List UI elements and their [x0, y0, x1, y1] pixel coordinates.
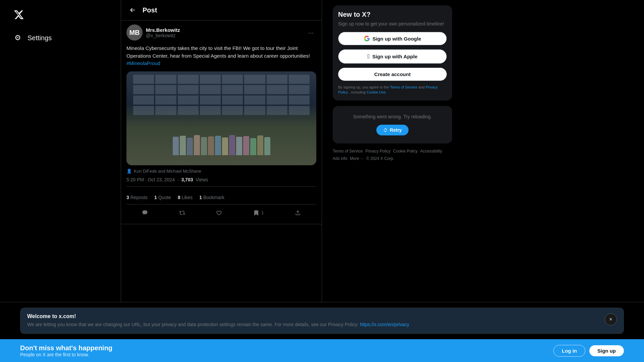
- tweet-author-row: MB Mrs.Berkowitz @v_berkowitz ···: [126, 24, 316, 41]
- login-button[interactable]: Log in: [553, 345, 585, 357]
- bookmark-count: 1: [261, 210, 264, 215]
- tos-text: By signing up, you agree to the Terms of…: [338, 85, 447, 95]
- banner-main-text: Don't miss what's happening: [20, 344, 112, 352]
- error-box: Something went wrong. Try reloading. Ret…: [333, 106, 452, 143]
- reposts-stat: 3 Reposts: [126, 195, 148, 200]
- footer-accessibility[interactable]: Accessibility: [420, 149, 442, 154]
- post-header-title: Post: [143, 6, 157, 14]
- tweet-container: MB Mrs.Berkowitz @v_berkowitz ··· Mineol…: [121, 20, 322, 224]
- create-account-button[interactable]: Create account: [338, 68, 447, 81]
- signup-button[interactable]: Sign up: [589, 345, 624, 356]
- close-cookie-button[interactable]: ×: [605, 313, 617, 325]
- new-to-x-subtitle: Sign up now to get your own personalized…: [338, 21, 447, 26]
- retry-label: Retry: [390, 127, 402, 133]
- cookie-use-link[interactable]: Cookie Use.: [367, 90, 387, 94]
- x-logo[interactable]: [8, 5, 113, 25]
- quotes-stat: 1 Quote: [154, 195, 171, 200]
- banner-text: Don't miss what's happening People on X …: [20, 344, 112, 357]
- error-message: Something went wrong. Try reloading.: [338, 114, 447, 119]
- new-to-x-box: New to X? Sign up now to get your own pe…: [333, 5, 452, 101]
- tweet-views-label: Views: [196, 177, 208, 182]
- footer-ads[interactable]: Ads info: [333, 156, 347, 161]
- sidebar-item-settings[interactable]: ⚙ Settings: [8, 29, 113, 46]
- cookie-notice: Welcome to x.com! We are letting you kno…: [0, 302, 644, 339]
- more-button[interactable]: ···: [305, 27, 316, 38]
- tweet-image: [126, 71, 316, 165]
- author-info: Mrs.Berkowitz @v_berkowitz: [146, 27, 180, 38]
- footer-more[interactable]: More ···: [350, 156, 364, 161]
- footer-tos[interactable]: Terms of Service: [333, 149, 363, 154]
- footer-copyright: © 2024 X Corp.: [366, 156, 394, 161]
- apple-icon: : [367, 53, 370, 60]
- new-to-x-title: New to X?: [338, 11, 447, 18]
- tweet-text: Mineola Cybersecurity takes the city to …: [126, 45, 316, 67]
- avatar-initials: MB: [129, 29, 140, 37]
- reply-button[interactable]: [139, 207, 151, 219]
- footer-privacy[interactable]: Privacy Policy: [365, 149, 390, 154]
- retry-button[interactable]: Retry: [376, 125, 409, 135]
- author-name: Mrs.Berkowitz: [146, 27, 180, 33]
- share-button[interactable]: [292, 207, 304, 219]
- cookie-notice-content: Welcome to x.com! We are letting you kno…: [27, 313, 409, 328]
- tweet-actions: 1: [126, 206, 316, 220]
- gear-icon: ⚙: [13, 34, 22, 42]
- signup-google-label: Sign up with Google: [373, 36, 421, 42]
- avatar[interactable]: MB: [126, 24, 143, 41]
- post-header: Post: [121, 0, 322, 20]
- bookmark-button[interactable]: 1: [251, 207, 266, 219]
- tweet-stats: 3 Reposts 1 Quote 8 Likes 1 Bookmark: [126, 191, 316, 204]
- banner-actions: Log in Sign up: [553, 345, 624, 357]
- repost-button[interactable]: [176, 207, 188, 219]
- signup-apple-label: Sign up with Apple: [372, 54, 417, 59]
- tweet-meta: 5:20 PM · Oct 23, 2024 · 3,703 Views: [126, 177, 316, 187]
- tweet-timestamp: 5:20 PM · Oct 23, 2024: [126, 177, 175, 182]
- hashtag[interactable]: #MineolaProud: [126, 60, 160, 66]
- cookie-privacy-link[interactable]: https://x.com/en/privacy: [360, 322, 409, 327]
- tweet-author-left: MB Mrs.Berkowitz @v_berkowitz: [126, 24, 180, 41]
- bottom-banner: Don't miss what's happening People on X …: [0, 339, 644, 362]
- signup-apple-button[interactable]:  Sign up with Apple: [338, 49, 447, 64]
- back-button[interactable]: [126, 4, 139, 16]
- bookmarks-stat: 1 Bookmark: [199, 195, 224, 200]
- sidebar-item-settings-label: Settings: [28, 34, 52, 42]
- cookie-notice-text: We are letting you know that we are chan…: [27, 321, 409, 328]
- create-account-label: Create account: [374, 71, 411, 77]
- tos-link[interactable]: Terms of Service: [390, 85, 418, 89]
- footer-cookie[interactable]: Cookie Policy: [393, 149, 418, 154]
- cookie-notice-inner: Welcome to x.com! We are letting you kno…: [20, 308, 624, 334]
- banner-sub-text: People on X are the first to know.: [20, 352, 112, 357]
- cookie-notice-title: Welcome to x.com!: [27, 313, 409, 319]
- like-button[interactable]: [213, 207, 225, 219]
- people-group: [126, 135, 316, 155]
- signup-google-button[interactable]: Sign up with Google: [338, 32, 447, 45]
- tweet-views-count: 3,703: [181, 177, 193, 182]
- author-handle: @v_berkowitz: [146, 33, 180, 38]
- photo-caption: 👤 Kuri DiFede and Michael McShane: [126, 169, 316, 174]
- footer-links: Terms of Service Privacy Policy Cookie P…: [333, 149, 452, 161]
- likes-stat: 8 Likes: [178, 195, 193, 200]
